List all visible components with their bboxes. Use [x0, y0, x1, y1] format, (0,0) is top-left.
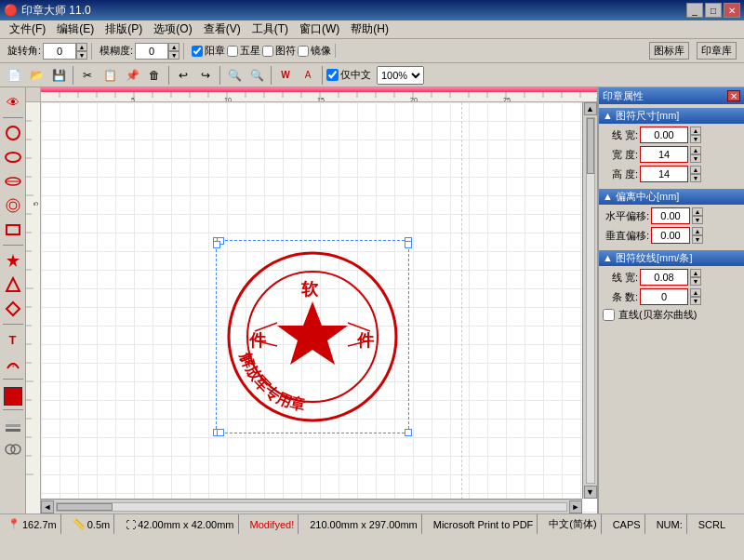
scroll-thumb[interactable] [57, 503, 113, 511]
line-width-up[interactable]: ▲ [690, 127, 701, 135]
save-button[interactable]: 💾 [48, 65, 69, 86]
line-width-input[interactable] [640, 127, 688, 143]
canvas-area[interactable]: ruler-ticks 5 10 15 [26, 87, 597, 513]
new-button[interactable]: 📄 [4, 65, 24, 86]
width-input[interactable] [640, 146, 688, 163]
rect-tool[interactable] [2, 219, 24, 241]
diamond-tool[interactable] [2, 298, 24, 320]
linew-down[interactable]: ▼ [690, 277, 701, 286]
menu-layout[interactable]: 排版(P) [100, 20, 148, 39]
strips-input[interactable] [640, 288, 688, 305]
triangle-tool[interactable] [2, 273, 24, 296]
strips-down[interactable]: ▼ [690, 297, 701, 305]
scale-up[interactable]: ▲ [168, 43, 179, 51]
linew-up[interactable]: ▲ [690, 269, 701, 277]
width-up[interactable]: ▲ [690, 146, 701, 154]
line-width-down[interactable]: ▼ [690, 135, 701, 143]
jingxiang-checkbox[interactable] [298, 46, 309, 57]
zoom-in-button[interactable]: 🔍 [224, 65, 245, 86]
window-controls[interactable]: _ □ ✕ [686, 3, 740, 18]
minimize-button[interactable]: _ [686, 3, 703, 18]
star-tool[interactable] [2, 249, 24, 272]
scroll-track[interactable] [56, 502, 567, 512]
strips-spinner[interactable]: ▲ ▼ [690, 288, 701, 305]
h-offset-input[interactable] [651, 207, 690, 224]
strips-up[interactable]: ▲ [690, 288, 701, 297]
wuxing-checkbox[interactable] [227, 46, 238, 57]
zoom-select[interactable]: 100% 50% 200% [377, 66, 424, 85]
menu-edit[interactable]: 编辑(E) [51, 20, 100, 39]
horizontal-scrollbar[interactable]: ◄ ► [41, 499, 582, 513]
tufu-checkbox[interactable] [262, 46, 273, 57]
tool6[interactable]: A [298, 65, 318, 86]
vscroll-track[interactable] [586, 117, 595, 484]
maximize-button[interactable]: □ [705, 3, 722, 18]
h-offset-spinner[interactable]: ▲ ▼ [692, 207, 703, 224]
handle-bc[interactable] [217, 429, 224, 436]
handle-br[interactable] [405, 429, 412, 436]
stamp-lib-button[interactable]: 印章库 [697, 42, 737, 60]
curve-text-tool[interactable]: T [2, 353, 24, 375]
h-offset-up[interactable]: ▲ [692, 207, 703, 216]
scroll-down-button[interactable]: ▼ [584, 486, 597, 499]
height-input[interactable] [640, 166, 688, 182]
zoom-out-button[interactable]: 🔍 [246, 65, 267, 86]
menu-options[interactable]: 选项(O) [148, 20, 197, 39]
scale-spinner[interactable]: ▲ ▼ [135, 43, 179, 60]
rotation-input[interactable] [43, 43, 76, 60]
v-offset-input[interactable] [651, 227, 690, 244]
menu-tools[interactable]: 工具(T) [246, 20, 294, 39]
extra-tool[interactable] [2, 438, 24, 460]
bezier-checkbox[interactable] [603, 309, 615, 321]
scroll-up-button[interactable]: ▲ [584, 102, 597, 115]
vscroll-thumb[interactable] [587, 118, 594, 174]
chinese-only-checkbox[interactable] [326, 69, 339, 81]
width-spinner[interactable]: ▲ ▼ [690, 146, 701, 163]
paste-button[interactable]: 📌 [122, 65, 142, 86]
linew-spinner[interactable]: ▲ ▼ [690, 269, 701, 286]
width-down[interactable]: ▼ [690, 154, 701, 163]
layers-tool[interactable] [2, 414, 24, 436]
rotation-down[interactable]: ▼ [76, 51, 87, 60]
menu-file[interactable]: 文件(F) [4, 20, 51, 39]
redo-button[interactable]: ↪ [195, 65, 216, 86]
height-down[interactable]: ▼ [690, 174, 701, 182]
cut-button[interactable]: ✂ [77, 65, 98, 86]
v-offset-down[interactable]: ▼ [692, 235, 703, 244]
double-circle-tool[interactable] [2, 194, 24, 217]
oval-tool[interactable] [2, 146, 24, 168]
canvas-paper[interactable]: 解放军专用章 软 件 件 [41, 102, 597, 513]
eye-shape-tool[interactable] [2, 170, 24, 193]
open-button[interactable]: 📂 [26, 65, 46, 86]
eye-icon[interactable]: 👁 [2, 91, 24, 113]
line-width-spinner[interactable]: ▲ ▼ [690, 127, 701, 143]
h-offset-down[interactable]: ▼ [692, 216, 703, 224]
panel-close-button[interactable]: ✕ [727, 90, 740, 101]
undo-button[interactable]: ↩ [173, 65, 193, 86]
v-offset-spinner[interactable]: ▲ ▼ [692, 227, 703, 244]
scale-down[interactable]: ▼ [168, 51, 179, 60]
color-swatch[interactable] [4, 387, 22, 406]
close-button[interactable]: ✕ [724, 3, 740, 18]
height-spinner[interactable]: ▲ ▼ [690, 166, 701, 182]
rotation-spinner[interactable]: ▲ ▼ [43, 43, 87, 60]
icon-lib-button[interactable]: 图标库 [649, 42, 689, 60]
handle-mr[interactable] [405, 241, 412, 248]
height-up[interactable]: ▲ [690, 166, 701, 174]
yangzhang-checkbox[interactable] [192, 46, 203, 57]
linew-input[interactable] [640, 269, 688, 286]
tool5[interactable]: W [275, 65, 296, 86]
text-tool[interactable]: T [2, 328, 24, 351]
rotation-up[interactable]: ▲ [76, 43, 87, 51]
copy-button[interactable]: 📋 [100, 65, 120, 86]
scroll-left-button[interactable]: ◄ [41, 500, 54, 513]
circle-tool[interactable] [2, 122, 24, 144]
scale-input[interactable] [135, 43, 168, 60]
menu-help[interactable]: 帮助(H) [345, 20, 394, 39]
delete-button[interactable]: 🗑 [144, 65, 165, 86]
menu-view[interactable]: 查看(V) [198, 20, 246, 39]
scroll-right-button[interactable]: ► [569, 500, 582, 513]
v-offset-up[interactable]: ▲ [692, 227, 703, 235]
menu-window[interactable]: 窗口(W) [294, 20, 345, 39]
vertical-scrollbar[interactable]: ▲ ▼ [582, 102, 597, 499]
